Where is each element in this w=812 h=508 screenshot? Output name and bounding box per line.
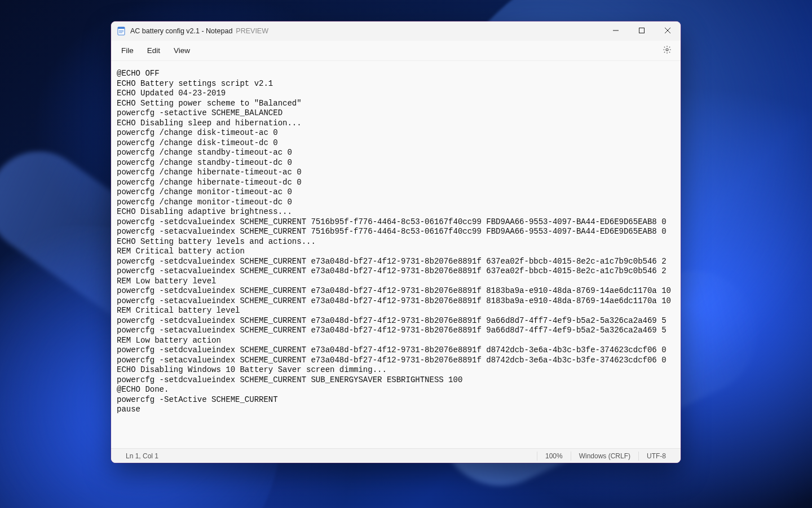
preview-tag: PREVIEW (236, 27, 268, 35)
maximize-button[interactable] (629, 21, 655, 41)
settings-button[interactable] (657, 42, 677, 59)
gear-icon (663, 47, 672, 56)
maximize-icon (639, 27, 645, 35)
menu-file[interactable]: File (114, 43, 140, 58)
status-encoding: UTF-8 (639, 452, 674, 460)
svg-point-9 (666, 49, 668, 51)
notepad-window: AC battery config v2.1 - Notepad PREVIEW… (111, 21, 681, 463)
close-icon (665, 27, 670, 35)
status-zoom[interactable]: 100% (537, 452, 571, 460)
close-button[interactable] (655, 21, 681, 41)
svg-rect-6 (639, 28, 645, 33)
window-title: AC battery config v2.1 - Notepad (130, 27, 232, 35)
notepad-app-icon (117, 27, 126, 36)
status-cursor-position: Ln 1, Col 1 (118, 452, 166, 460)
minimize-icon (613, 27, 619, 35)
svg-rect-1 (118, 27, 125, 29)
status-line-ending: Windows (CRLF) (571, 452, 638, 460)
menu-edit[interactable]: Edit (140, 43, 167, 58)
text-editor[interactable]: @ECHO OFF ECHO Battery settings script v… (111, 61, 681, 448)
statusbar: Ln 1, Col 1 100% Windows (CRLF) UTF-8 (111, 448, 681, 463)
titlebar[interactable]: AC battery config v2.1 - Notepad PREVIEW (111, 21, 681, 41)
menu-view[interactable]: View (167, 43, 197, 58)
menubar: File Edit View (111, 41, 681, 61)
minimize-button[interactable] (603, 21, 629, 41)
